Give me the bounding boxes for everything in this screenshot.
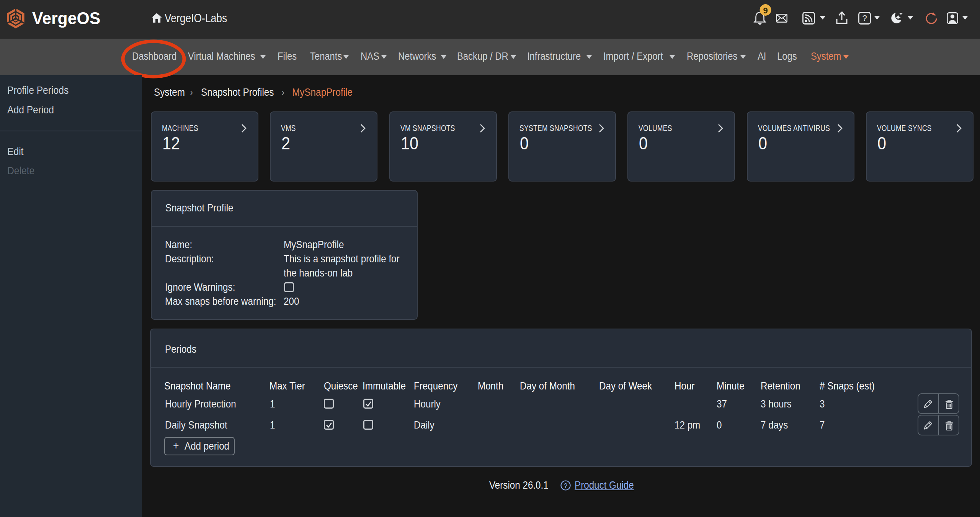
svg-text:?: ? bbox=[564, 483, 567, 489]
svg-text:?: ? bbox=[862, 13, 867, 23]
svg-text:9: 9 bbox=[763, 6, 768, 15]
